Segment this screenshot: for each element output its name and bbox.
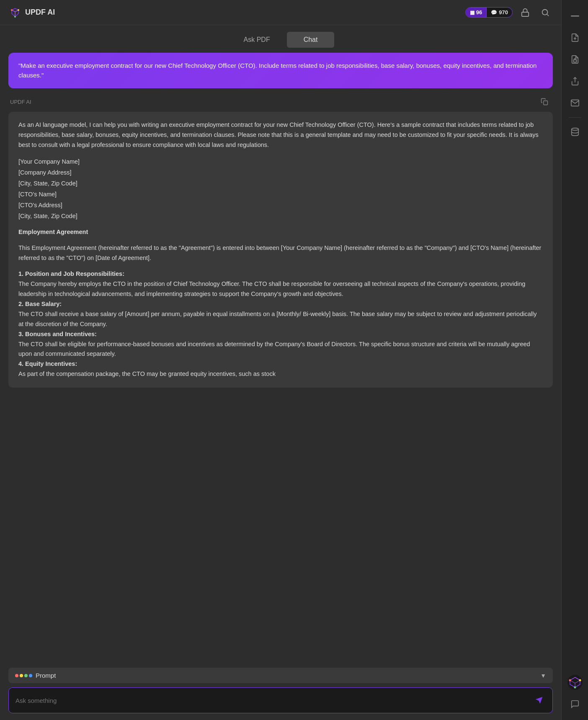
- ai-label-row: UPDF AI: [8, 95, 553, 108]
- pdf-credit-count: 96: [476, 9, 482, 15]
- minimize-icon-btn[interactable]: [566, 7, 584, 25]
- chat-credits: 💬 970: [486, 8, 512, 17]
- section-1: 1. Position and Job Responsibilities: Th…: [18, 269, 543, 299]
- envelope-btn[interactable]: [566, 94, 584, 112]
- svg-point-1: [11, 9, 13, 11]
- svg-rect-6: [544, 101, 548, 105]
- section-4-body: As part of the compensation package, the…: [18, 370, 276, 377]
- address-line-4: [CTO's Name]: [18, 189, 543, 200]
- ai-intro-text: As an AI language model, I can help you …: [18, 120, 543, 150]
- agreement-intro: This Employment Agreement (hereinafter r…: [18, 243, 543, 263]
- send-button[interactable]: [532, 694, 546, 707]
- message-input[interactable]: [15, 697, 527, 704]
- prompt-dots: [15, 674, 32, 677]
- svg-point-18: [574, 687, 576, 689]
- section-1-body: The Company hereby employs the CTO in th…: [18, 280, 525, 297]
- dot-green: [24, 674, 28, 677]
- sidebar-divider-1: [569, 117, 581, 118]
- search-icon-btn[interactable]: [538, 5, 553, 20]
- copy-button[interactable]: [538, 95, 551, 108]
- dot-yellow: [20, 674, 23, 677]
- section-3-title: 3. Bonuses and Incentives:: [18, 331, 97, 337]
- share-btn[interactable]: [566, 72, 584, 90]
- section-4: 4. Equity Incentives: As part of the com…: [18, 359, 543, 379]
- user-message: "Make an executive employment contract f…: [8, 53, 553, 88]
- address-line-3: [City, State, Zip Code]: [18, 178, 543, 189]
- address-line-6: [City, State, Zip Code]: [18, 211, 543, 221]
- input-area: [8, 687, 553, 713]
- right-sidebar: [561, 0, 588, 720]
- pdf-credit-icon: ▦: [470, 10, 475, 15]
- main-area: UPDF AI ▦ 96 💬 970: [0, 0, 561, 720]
- prompt-label-text: Prompt: [36, 672, 56, 679]
- user-message-text: "Make an executive employment contract f…: [18, 62, 536, 79]
- dot-blue: [29, 674, 32, 677]
- svg-point-5: [542, 9, 548, 15]
- section-3-body: The CTO shall be eligible for performanc…: [18, 341, 530, 357]
- tab-chat[interactable]: Chat: [287, 32, 335, 48]
- svg-point-17: [579, 679, 581, 681]
- tab-bar: Ask PDF Chat: [0, 25, 561, 53]
- svg-point-11: [571, 128, 578, 131]
- chat-icon-btn[interactable]: [566, 695, 584, 713]
- section-2-body: The CTO shall receive a base salary of […: [18, 311, 536, 327]
- document-lock-btn[interactable]: [566, 50, 584, 69]
- chat-credit-count: 970: [499, 9, 508, 15]
- bottom-area: Prompt ▼: [0, 663, 561, 720]
- document-upload-btn[interactable]: [566, 28, 584, 47]
- dot-red: [15, 674, 18, 677]
- section-4-title: 4. Equity Incentives:: [18, 360, 77, 367]
- chevron-down-icon: ▼: [540, 672, 546, 679]
- database-btn[interactable]: [566, 123, 584, 141]
- ai-response-container: UPDF AI As an AI language model, I can h…: [8, 95, 553, 388]
- section-2: 2. Base Salary: The CTO shall receive a …: [18, 299, 543, 329]
- header: UPDF AI ▦ 96 💬 970: [0, 0, 561, 25]
- address-block: [Your Company Name] [Company Address] [C…: [18, 156, 543, 222]
- address-line-2: [Company Address]: [18, 167, 543, 178]
- header-right: ▦ 96 💬 970: [465, 5, 553, 20]
- svg-point-3: [14, 16, 16, 18]
- logo-area: UPDF AI: [8, 6, 55, 19]
- app-title: UPDF AI: [25, 8, 55, 17]
- svg-rect-7: [571, 15, 579, 17]
- agreement-title: Employment Agreement: [18, 229, 88, 235]
- updf-logo-icon: [8, 6, 22, 19]
- pdf-credits: ▦ 96: [466, 8, 486, 17]
- ai-message-body: As an AI language model, I can help you …: [8, 112, 553, 388]
- prompt-selector[interactable]: Prompt ▼: [8, 668, 553, 683]
- prompt-selector-left: Prompt: [15, 672, 56, 679]
- svg-point-2: [18, 9, 19, 11]
- content-area: "Make an executive employment contract f…: [0, 53, 561, 663]
- section-1-title: 1. Position and Job Responsibilities:: [18, 270, 124, 277]
- section-2-title: 2. Base Salary:: [18, 301, 62, 307]
- credits-badge: ▦ 96 💬 970: [465, 7, 513, 18]
- updf-colored-icon-btn[interactable]: [566, 673, 584, 692]
- section-3: 3. Bonuses and Incentives: The CTO shall…: [18, 329, 543, 360]
- lock-icon-btn[interactable]: [518, 5, 533, 20]
- tab-ask-pdf[interactable]: Ask PDF: [227, 32, 287, 48]
- svg-point-16: [569, 679, 571, 681]
- address-line-5: [CTO's Address]: [18, 200, 543, 211]
- ai-sender-label: UPDF AI: [10, 99, 31, 105]
- chat-credit-icon: 💬: [491, 10, 497, 15]
- svg-rect-4: [522, 12, 529, 16]
- svg-rect-9: [573, 60, 576, 62]
- address-line-1: [Your Company Name]: [18, 156, 543, 167]
